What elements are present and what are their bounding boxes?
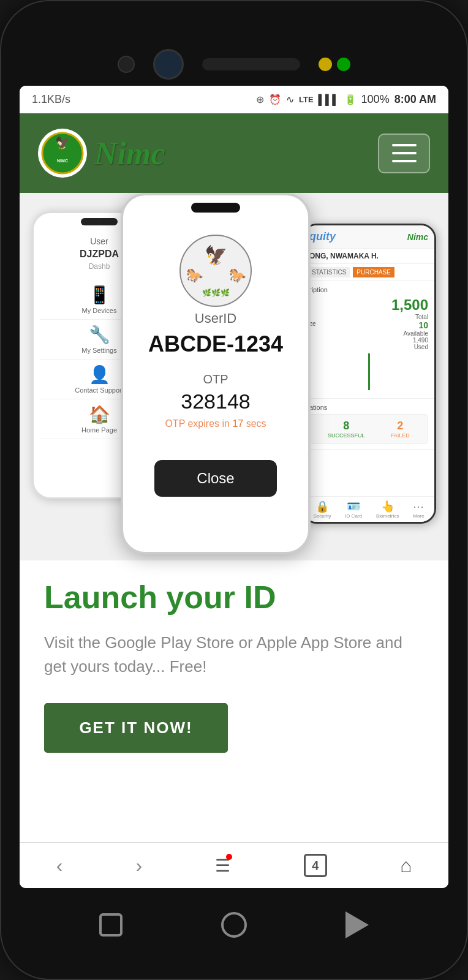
desc-label: ription xyxy=(309,286,428,293)
settings-icon: 🔧 xyxy=(89,325,110,345)
back-android-button[interactable] xyxy=(342,910,372,940)
home-label: Home Page xyxy=(81,426,117,434)
tab-purchase[interactable]: PURCHASE xyxy=(353,267,394,277)
userid-label: UserID xyxy=(195,311,236,326)
right-section-description: ription ze 1,500 Total 10 Available 1,49… xyxy=(303,281,434,399)
svg-text:🦅: 🦅 xyxy=(55,135,70,150)
led-area xyxy=(319,58,350,71)
signal-icon: ▌▌▌ xyxy=(319,94,339,105)
more-icon: ⋯ xyxy=(413,500,424,513)
home-icon: 🏠 xyxy=(89,404,110,424)
settings-label: My Settings xyxy=(81,347,116,354)
idcard-icon: 🪪 xyxy=(347,500,360,513)
menu-line-2 xyxy=(392,152,417,154)
launch-description: Visit the Google Play Store or Apple App… xyxy=(44,631,424,679)
logo-area: 🦅 NIMC Nimc xyxy=(38,129,165,178)
home-browser-button[interactable]: ⌂ xyxy=(400,854,412,877)
support-label: Contact Support xyxy=(75,386,124,394)
svg-text:🐎: 🐎 xyxy=(186,267,203,284)
menu-line-1 xyxy=(392,144,417,146)
battery-icon: 🔋 xyxy=(344,94,357,105)
menu-button[interactable] xyxy=(378,134,430,173)
biometrics-icon: 👆 xyxy=(381,500,394,513)
launch-title: Launch your ID xyxy=(44,579,424,616)
nav-more[interactable]: ⋯ More xyxy=(413,500,424,519)
svg-text:🌿🌿🌿: 🌿🌿🌿 xyxy=(202,288,230,297)
center-phone-notch xyxy=(191,203,240,213)
total-label: Total xyxy=(415,314,428,320)
forward-icon: › xyxy=(136,854,143,877)
tabs-button[interactable]: 4 xyxy=(304,854,327,877)
wifi-icon: ∿ xyxy=(286,94,294,105)
nav-biometrics[interactable]: 👆 Biometrics xyxy=(376,500,399,519)
svg-text:🐎: 🐎 xyxy=(229,267,246,284)
forward-button[interactable]: › xyxy=(136,854,143,877)
used-number: 1,490 xyxy=(413,337,428,344)
left-phone-notch xyxy=(81,218,118,225)
back-android-icon xyxy=(345,911,369,938)
home-android-button[interactable] xyxy=(219,910,249,940)
success-number: 8 xyxy=(328,420,365,432)
success-label: SUCCESSFUL xyxy=(328,432,365,439)
available-label: Available xyxy=(404,330,428,337)
phone-device: 1.1KB/s ⊕ ⏰ ∿ LTE ▌▌▌ 🔋 100% 8:00 AM 🦅 N… xyxy=(0,0,468,980)
more-label: More xyxy=(413,513,424,519)
lte-label: LTE xyxy=(299,95,314,104)
svg-text:NIMC: NIMC xyxy=(57,159,68,163)
nimc-logo-small: Nimc xyxy=(407,232,428,242)
recent-apps-button[interactable] xyxy=(96,910,126,940)
nav-security[interactable]: 🔒 Security xyxy=(313,500,331,519)
otp-label: OTP xyxy=(203,372,228,386)
security-label: Security xyxy=(313,513,331,519)
otp-expires: OTP expires in 17 secs xyxy=(165,418,266,429)
biometrics-label: Biometrics xyxy=(376,513,399,519)
devices-label: My Devices xyxy=(82,307,117,314)
otp-seconds: 17 xyxy=(232,418,243,429)
alarm-icon: ⏰ xyxy=(269,94,281,105)
fail-number: 2 xyxy=(391,420,410,432)
home-browser-icon: ⌂ xyxy=(400,854,412,877)
led-green xyxy=(337,58,350,71)
right-phone: quity Nimc ONG, NWAMAKA H. STATISTICS PU… xyxy=(301,224,436,524)
stats-area: Total 10 Available 1,490 Used xyxy=(391,314,428,350)
battery-percent: 100% xyxy=(361,93,390,106)
support-icon: 👤 xyxy=(89,364,110,385)
total-number: 1,500 xyxy=(391,296,428,314)
security-icon: 🔒 xyxy=(315,500,329,513)
get-it-now-button[interactable]: GET IT NOW! xyxy=(44,703,228,753)
ations-label: ations xyxy=(309,404,428,411)
otp-value: 328148 xyxy=(181,390,250,413)
right-phone-bottom-nav: 🔒 Security 🪪 ID Card 👆 Biometrics ⋯ xyxy=(303,496,434,522)
nav-header: 🦅 NIMC Nimc xyxy=(20,113,448,193)
screen: 1.1KB/s ⊕ ⏰ ∿ LTE ▌▌▌ 🔋 100% 8:00 AM 🦅 N… xyxy=(20,86,448,888)
led-yellow xyxy=(319,58,332,71)
userid-value: ABCDE-1234 xyxy=(148,331,283,357)
center-phone: 🦅 🐎 🐎 🌿🌿🌿 UserID ABCDE-1234 OTP 3281 xyxy=(121,193,311,554)
camera-dot xyxy=(118,56,135,73)
tab-statistics[interactable]: STATISTICS xyxy=(308,267,350,277)
available-number: 10 xyxy=(418,320,428,330)
idcard-label: ID Card xyxy=(345,513,362,519)
right-phone-username: ONG, NWAMAKA H. xyxy=(303,249,434,264)
equity-text: quity xyxy=(309,230,336,243)
divider xyxy=(368,353,370,390)
camera-lens xyxy=(153,49,184,80)
right-section-stats: ations 8 SUCCESSFUL 2 FAILED xyxy=(303,399,434,450)
speaker xyxy=(202,58,300,70)
android-nav xyxy=(0,888,468,962)
menu-line-3 xyxy=(392,160,417,162)
close-button[interactable]: Close xyxy=(154,460,277,497)
content-area: Launch your ID Visit the Google Play Sto… xyxy=(20,560,448,842)
nav-idcard[interactable]: 🪪 ID Card xyxy=(345,500,362,519)
svg-text:🦅: 🦅 xyxy=(205,244,228,266)
logo-text: Nimc xyxy=(94,135,165,172)
browser-bottom-bar: ‹ › ☰ 4 ⌂ xyxy=(20,842,448,888)
menu-browser-button[interactable]: ☰ xyxy=(215,856,230,876)
back-button[interactable]: ‹ xyxy=(56,854,63,877)
showcase-area: User DJZPDA Dashb 📱 My Devices 🔧 My Sett… xyxy=(20,193,448,842)
phone-top xyxy=(0,0,468,86)
recent-apps-icon xyxy=(99,913,123,937)
right-phone-header: quity Nimc xyxy=(303,225,434,249)
devices-icon: 📱 xyxy=(89,285,110,305)
coat-of-arms: 🦅 🐎 🐎 🌿🌿🌿 xyxy=(176,231,255,311)
